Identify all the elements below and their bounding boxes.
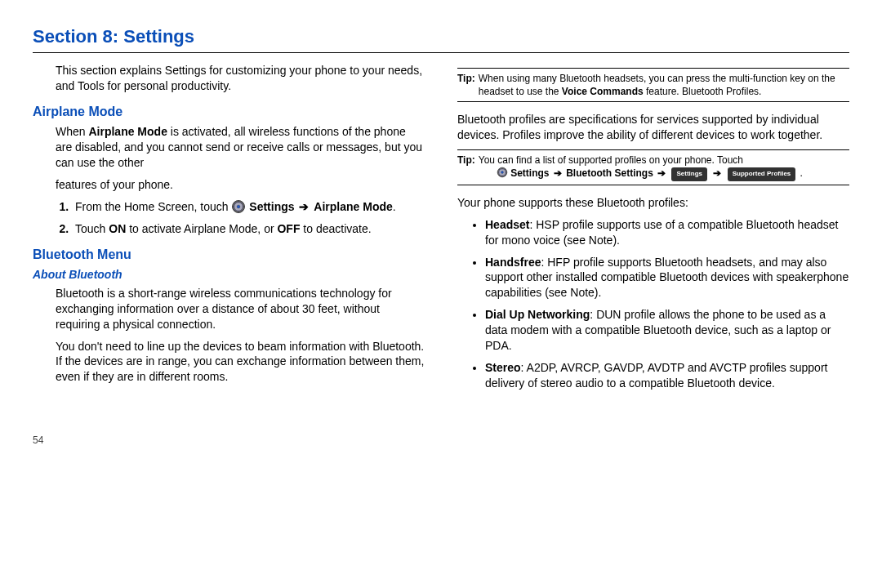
text: to activate Airplane Mode, or [126, 222, 277, 235]
tip-content: Tip: When using many Bluetooth headsets,… [457, 69, 849, 100]
tip-text: You can find a list of supported profile… [479, 154, 849, 181]
tip-rule-bottom [457, 101, 849, 102]
gear-icon [231, 199, 246, 214]
tip-2: Tip: You can find a list of supported pr… [457, 149, 849, 185]
bluetooth-p2: You don't need to line up the devices to… [56, 339, 425, 385]
airplane-mode-bold: Airplane Mode [88, 125, 167, 138]
about-bluetooth-subheading: About Bluetooth [33, 267, 425, 283]
tip-line2: Settings ➔ Bluetooth Settings ➔ Settings… [497, 167, 849, 181]
page: Section 8: Settings This section explain… [33, 24, 849, 447]
voice-commands-bold: Voice Commands [562, 86, 644, 97]
text: . [393, 200, 396, 213]
intro-text: This section explains Settings for custo… [56, 63, 425, 94]
dun-bold: Dial Up Networking [485, 308, 590, 321]
text: to deactivate. [300, 222, 371, 235]
supported-profiles-chip-icon: Supported Profiles [728, 167, 796, 181]
off-bold: OFF [277, 222, 300, 235]
tip-1: Tip: When using many Bluetooth headsets,… [457, 68, 849, 102]
list-item: Headset: HSP profile supports use of a c… [485, 217, 849, 248]
text: You can find a list of supported profile… [479, 154, 743, 166]
settings-chip-icon: Settings [671, 167, 707, 181]
arrow-icon: ➔ [653, 167, 670, 179]
two-column-layout: This section explains Settings for custo… [33, 63, 849, 448]
airplane-desc: When Airplane Mode is activated, all wir… [56, 124, 425, 171]
arrow-icon: ➔ [549, 167, 566, 179]
profiles-desc: Bluetooth profiles are specifications fo… [457, 112, 849, 143]
profiles-list: Headset: HSP profile supports use of a c… [457, 217, 849, 391]
handsfree-bold: Handsfree [485, 256, 541, 269]
tip-text: When using many Bluetooth headsets, you … [479, 72, 849, 98]
tip-rule-top [457, 68, 849, 69]
arrow-icon: ➔ [709, 167, 726, 179]
profiles-intro: Your phone supports these Bluetooth prof… [457, 195, 849, 211]
text: feature. Bluetooth Profiles. [644, 86, 762, 97]
text: : A2DP, AVRCP, GAVDP, AVDTP and AVCTP pr… [485, 361, 827, 390]
text: From the Home Screen, touch [75, 200, 231, 213]
settings-bold: Settings [510, 167, 549, 179]
airplane-mode-heading: Airplane Mode [33, 103, 425, 121]
tip-rule-top [457, 149, 849, 150]
text: Touch [75, 222, 109, 235]
bluetooth-menu-heading: Bluetooth Menu [33, 246, 425, 264]
title-rule [33, 52, 849, 53]
tip-label: Tip: [457, 72, 475, 98]
stereo-bold: Stereo [485, 361, 521, 374]
tip-label: Tip: [457, 154, 475, 181]
on-bold: ON [109, 222, 126, 235]
page-number: 54 [33, 434, 425, 447]
arrow-icon: ➔ [295, 200, 314, 213]
step-2: Touch ON to activate Airplane Mode, or O… [72, 221, 425, 237]
bluetooth-p1: Bluetooth is a short-range wireless comm… [56, 286, 425, 332]
airplane-steps: From the Home Screen, touch Settings ➔ A… [33, 199, 425, 237]
section-title: Section 8: Settings [33, 24, 849, 49]
right-column: Tip: When using many Bluetooth headsets,… [457, 63, 849, 448]
bt-settings-bold: Bluetooth Settings [566, 167, 653, 179]
settings-bold: Settings [249, 200, 294, 213]
list-item: Stereo: A2DP, AVRCP, GAVDP, AVDTP and AV… [485, 360, 849, 391]
headset-bold: Headset [485, 218, 529, 231]
text: : HSP profile supports use of a compatib… [485, 218, 838, 247]
svg-point-2 [238, 205, 241, 208]
text: When [56, 125, 88, 138]
text: . [797, 167, 803, 179]
tip-rule-bottom [457, 185, 849, 185]
list-item: Handsfree: HFP profile supports Bluetoot… [485, 255, 849, 301]
step-1: From the Home Screen, touch Settings ➔ A… [72, 199, 425, 215]
tip-content: Tip: You can find a list of supported pr… [457, 151, 849, 184]
list-item: Dial Up Networking: DUN profile allows t… [485, 307, 849, 354]
svg-point-13 [501, 172, 503, 174]
gear-icon [497, 167, 508, 178]
airplane-mode-bold: Airplane Mode [314, 200, 392, 213]
airplane-desc-line2: features of your phone. [56, 177, 425, 193]
left-column: This section explains Settings for custo… [33, 63, 425, 448]
